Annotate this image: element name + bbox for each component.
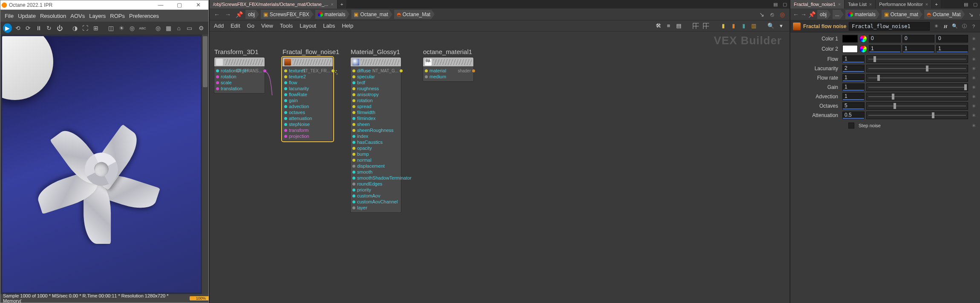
param-gear-icon[interactable]: ✳ [970,102,977,110]
color2-b[interactable]: 1 [936,45,968,53]
output-port[interactable] [400,69,403,72]
input-port[interactable]: octaves [284,109,331,115]
layout-b-icon[interactable] [702,22,710,30]
input-port[interactable]: flowRate [284,91,331,97]
layout-a-icon[interactable] [692,22,700,30]
close-button[interactable]: ✕ [189,0,208,10]
port-dot-icon[interactable] [352,111,355,114]
pause-button[interactable]: ⏸ [35,23,43,33]
maximize-button[interactable]: ▢ [170,0,189,10]
port-dot-icon[interactable] [352,147,355,150]
menu-tools[interactable]: Tools [280,23,293,29]
input-port[interactable]: roughness [352,86,399,91]
help-icon[interactable]: ? [970,23,977,30]
fit-icon[interactable]: ⛶ [81,23,90,33]
view-panel-icon[interactable]: ▤ [674,22,683,30]
search-icon[interactable]: 🔍 [767,22,775,30]
octaves-slider[interactable] [866,102,968,110]
gain-field[interactable]: 1 [842,83,865,91]
nav-level-icon[interactable]: ⎋ [767,10,777,19]
gamma-lock-icon[interactable]: ◑ [71,23,80,33]
output-port[interactable] [263,69,266,72]
color2-g[interactable]: 1 [902,45,934,53]
region-icon[interactable]: ◫ [107,23,116,33]
crumb-octane-mat-node[interactable]: ◓Octane_Mat [394,10,435,19]
pane-maximize-icon[interactable]: ▢ [971,0,980,9]
input-port[interactable]: specular [352,74,399,80]
step-fwd-button[interactable]: ⟳ [24,23,33,33]
input-port[interactable]: layer [352,205,399,211]
port-dot-icon[interactable] [352,69,355,72]
input-port[interactable]: lacunarity [284,86,331,91]
input-port[interactable]: hasCaustics [352,139,399,145]
port-dot-icon[interactable] [284,135,287,138]
node-octane-material1[interactable]: octane_material1 🏁 shader materialmedium [423,57,474,82]
port-dot-icon[interactable] [216,69,219,72]
input-port[interactable]: rotation [216,74,263,80]
flow-field[interactable]: 1 [842,55,865,63]
param-gear-icon[interactable]: ✳ [970,35,977,43]
hscript-icon[interactable]: H [942,23,949,30]
port-dot-icon[interactable] [284,129,287,132]
port-dot-icon[interactable] [284,93,287,96]
advection-slider[interactable] [866,93,968,100]
stepnoise-checkbox[interactable] [848,123,854,129]
crumb-materials[interactable]: materials [315,10,350,19]
note-teal-icon[interactable]: ▮ [739,22,748,30]
color2-r[interactable]: 1 [869,45,901,53]
input-port[interactable]: displacement [352,163,399,169]
refresh-button[interactable]: ↻ [45,23,54,33]
port-dot-icon[interactable] [352,189,355,192]
input-port[interactable]: texture2 [284,74,331,80]
input-port[interactable]: customAovChannel [352,199,399,205]
crumb-materials[interactable]: materials [845,10,880,19]
input-port[interactable]: spread [352,103,399,109]
menu-edit[interactable]: Edit [231,23,240,29]
input-port[interactable]: filmwidth [352,109,399,115]
sun-icon[interactable]: ☀ [117,23,126,33]
menu-add[interactable]: Add [214,23,224,29]
nav-pin-icon[interactable]: 📌 [234,10,244,19]
param-gear-icon[interactable]: ✳ [970,74,977,82]
input-port[interactable]: filmindex [352,115,399,121]
crumb-octane-mat-node[interactable]: ◓Octane_Mat [924,10,965,19]
port-dot-icon[interactable] [284,87,287,90]
network-tab[interactable]: /obj/ScrewsFBX_FBX/materials/Octane_mat/… [210,0,337,9]
crumb-obj[interactable]: obj [245,10,259,19]
view-list-icon[interactable]: ≡ [664,22,673,30]
port-dot-icon[interactable] [352,200,355,203]
port-dot-icon[interactable] [216,81,219,84]
abc-icon[interactable]: ABC [138,23,147,33]
input-port[interactable]: advection [284,103,331,109]
gain-slider[interactable] [866,83,968,91]
param-gear-icon[interactable]: ✳ [970,83,977,91]
color1-b[interactable]: 0 [936,35,968,43]
input-port[interactable]: gain [284,97,331,103]
tab-close-icon[interactable]: × [838,2,841,7]
port-dot-icon[interactable] [284,111,287,114]
play-button[interactable]: ▶ [3,23,12,33]
port-dot-icon[interactable] [352,153,355,156]
menu-help[interactable]: Help [342,23,353,29]
input-port[interactable]: index [352,133,399,139]
octaves-field[interactable]: 5 [842,102,865,110]
viewport-scrollbar[interactable] [202,34,208,294]
port-dot-icon[interactable] [284,117,287,120]
reload-icon[interactable]: ✳ [932,23,940,30]
port-dot-icon[interactable] [284,105,287,108]
crumb-octane-mat[interactable]: ▣Octane_mat [882,10,922,19]
input-port[interactable]: sheenRoughness [352,127,399,133]
crumb-screwsfbx[interactable]: ▣ScrewsFBX_FBX [261,10,314,19]
color-wheel-icon[interactable] [859,45,867,53]
advection-field[interactable]: 1 [842,93,865,100]
menu-layout[interactable]: Layout [300,23,316,29]
input-port[interactable]: smooth [352,169,399,175]
pane-layout-icon[interactable]: ▤ [771,0,780,9]
output-port[interactable] [331,69,334,72]
port-dot-icon[interactable] [352,171,355,174]
window-titlebar[interactable]: Octane 2022.1 IPR — ▢ ✕ [0,0,208,10]
tab-takelist[interactable]: Take List× [845,0,876,9]
port-dot-icon[interactable] [352,141,355,144]
attenuation-slider[interactable] [866,111,968,119]
param-gear-icon[interactable]: ✳ [970,93,977,100]
